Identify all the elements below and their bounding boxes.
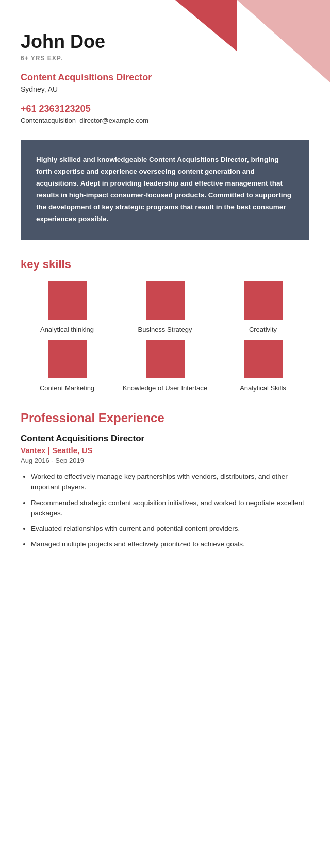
skill-item-business-strategy: Business Strategy [119, 281, 211, 335]
date-range-0: Aug 2016 - Sep 2019 [21, 457, 309, 464]
skill-label-analytical-skills: Analytical Skills [240, 383, 286, 393]
skill-item-analytical-thinking: Analytical thinking [21, 281, 113, 335]
company-0: Vantex | Seattle, US [21, 446, 309, 455]
skill-label-analytical-thinking: Analytical thinking [40, 325, 94, 335]
location: Sydney, AU [21, 85, 309, 93]
skill-label-knowledge-ui: Knowledge of User Interface [123, 383, 207, 393]
summary-box: Highly skilled and knowledgeable Content… [21, 140, 309, 240]
skill-label-content-marketing: Content Marketing [40, 383, 94, 393]
skill-item-knowledge-ui: Knowledge of User Interface [119, 340, 211, 393]
experience-section: Professional Experience Content Acquisit… [21, 411, 309, 550]
bullet-0-1: Recommended strategic content acquisitio… [31, 498, 309, 519]
candidate-name: John Doe [21, 31, 309, 53]
email: Contentacquisition_director@example.com [21, 116, 309, 124]
phone: +61 2363123205 [21, 104, 309, 114]
skill-icon-content-marketing [48, 340, 87, 378]
skill-icon-business-strategy [146, 281, 185, 320]
experience-section-title: Professional Experience [21, 411, 309, 425]
header-section: John Doe 6+ YRS EXP. Content Acquisition… [21, 31, 309, 124]
skill-icon-analytical-thinking [48, 281, 87, 320]
bullet-0-0: Worked to effectively manage key partner… [31, 472, 309, 493]
bullet-list-0: Worked to effectively manage key partner… [21, 472, 309, 550]
bullet-0-3: Managed multiple projects and effectivel… [31, 539, 309, 549]
summary-text: Highly skilled and knowledgeable Content… [36, 154, 294, 225]
skill-label-creativity: Creativity [249, 325, 277, 335]
job-role-0: Content Acquisitions Director [21, 433, 309, 444]
job-title: Content Acquisitions Director [21, 72, 309, 83]
bullet-0-2: Evaluated relationships with current and… [31, 524, 309, 534]
skills-section-title: key skills [21, 258, 309, 271]
skills-section: key skills Analytical thinking Business … [21, 258, 309, 393]
skills-grid: Analytical thinking Business Strategy Cr… [21, 281, 309, 393]
skill-label-business-strategy: Business Strategy [138, 325, 192, 335]
years-experience: 6+ YRS EXP. [21, 55, 309, 62]
skill-item-analytical-skills: Analytical Skills [217, 340, 309, 393]
skill-icon-creativity [244, 281, 283, 320]
skill-item-content-marketing: Content Marketing [21, 340, 113, 393]
skill-icon-analytical-skills [244, 340, 283, 378]
skill-item-creativity: Creativity [217, 281, 309, 335]
skill-icon-knowledge-ui [146, 340, 185, 378]
